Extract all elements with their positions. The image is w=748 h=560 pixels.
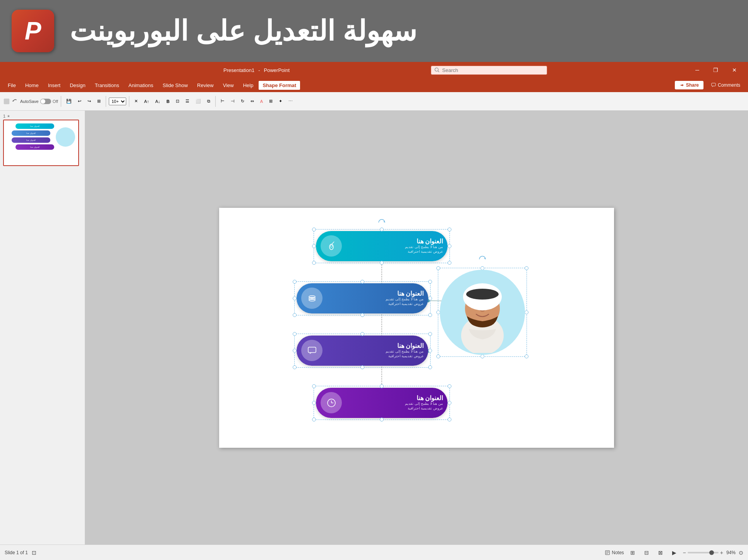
search-icon (434, 67, 440, 73)
close-button[interactable]: ✕ (726, 62, 743, 78)
svg-marker-20 (484, 258, 486, 259)
card-2-text: العنوان هنا من هنا لا يطمح إلى تقديمعروض… (323, 290, 424, 306)
zoom-thumb[interactable] (709, 550, 714, 555)
handle-br-3 (428, 365, 432, 369)
outline-btn[interactable]: ⊞ (267, 98, 275, 105)
arab-character-svg (448, 272, 517, 353)
handle-br-2 (428, 313, 432, 317)
status-left: Slide 1 of 1 ⊡ (5, 550, 36, 556)
card-3-subtitle: من هنا لا يطمح إلى تقديمعروض تقديمية احت… (323, 349, 424, 358)
rotate-handle-avatar[interactable] (478, 255, 487, 264)
slide-thumbnail[interactable]: العنوان هنا العنوان هنا العنوان هنا العن… (3, 120, 79, 166)
card-4-text: العنوان هنا من هنا لا يطمح إلى تقديمعروض… (342, 394, 443, 411)
fit-to-window-btn[interactable]: ⊙ (739, 550, 743, 556)
info-card-2[interactable]: العنوان هنا من هنا لا يطمح إلى تقديمعروض… (297, 283, 428, 313)
handle-bc-3 (360, 365, 364, 369)
menu-home[interactable]: Home (21, 81, 43, 90)
slide-info: Slide 1 of 1 (5, 550, 28, 555)
menu-help[interactable]: Help (239, 81, 257, 90)
handle-mr-3 (428, 349, 432, 353)
handle-mr-1 (448, 244, 451, 248)
menu-animations[interactable]: Animations (125, 81, 157, 90)
info-card-1[interactable]: العنوان هنا من هنا لا يطمح إلى تقديمعروض… (316, 231, 448, 261)
fit-btn[interactable]: ⊞ (95, 98, 103, 105)
svg-marker-12 (383, 221, 385, 223)
restore-button[interactable]: ❐ (707, 62, 725, 78)
menu-file[interactable]: File (4, 81, 20, 90)
share-button[interactable]: Share (675, 81, 703, 89)
align-right-btn[interactable]: ⊣ (228, 98, 237, 105)
menu-bar: File Home Insert Design Transitions Anim… (0, 78, 748, 92)
save-btn[interactable]: 💾 (64, 98, 74, 105)
rotate-handle-1[interactable] (377, 218, 386, 227)
list-btn[interactable]: ☰ (183, 98, 192, 105)
arrange-btn[interactable]: ⧉ (205, 98, 213, 105)
card-3-title: العنوان هنا (323, 342, 424, 349)
search-bar[interactable] (431, 66, 547, 75)
slide-list-icon[interactable]: ⊡ (32, 550, 36, 556)
increase-font-btn[interactable]: A↑ (142, 98, 151, 105)
minimize-button[interactable]: ─ (688, 62, 706, 78)
decrease-font-btn[interactable]: A↓ (153, 98, 163, 105)
zoom-slider[interactable] (688, 552, 719, 553)
banner-title: سهولة التعديل على البوربوينت (70, 15, 417, 47)
menu-design[interactable]: Design (66, 81, 89, 90)
more-btn[interactable]: ⋯ (286, 98, 295, 105)
card-1-title: العنوان هنا (342, 238, 443, 245)
card-1-text: العنوان هنا من هنا لا يطمح إلى تقديمعروض… (342, 238, 443, 254)
normal-view-btn[interactable]: ⊞ (627, 548, 638, 557)
bold-btn[interactable]: B (164, 98, 172, 105)
info-card-3[interactable]: العنوان هنا من هنا لا يطمح إلى تقديمعروض… (297, 336, 428, 366)
reading-view-btn[interactable]: ⊠ (655, 548, 666, 557)
handle-br-1 (448, 261, 451, 265)
mini-card-4: العنوان هنا (15, 144, 54, 150)
svg-point-11 (330, 245, 333, 247)
top-banner: P سهولة التعديل على البوربوينت (0, 0, 748, 62)
notes-button[interactable]: Notes (605, 550, 624, 555)
shape-btn[interactable]: ⬜ (193, 98, 203, 105)
card-3-icon (301, 340, 323, 361)
comments-button[interactable]: Comments (707, 81, 744, 89)
banner-title-bold: البوربوينت (70, 15, 188, 46)
font-size-selector[interactable]: 10+ (109, 98, 126, 105)
menu-slideshow[interactable]: Slide Show (159, 81, 192, 90)
autosave-toggle[interactable] (40, 99, 51, 104)
menu-transitions[interactable]: Transitions (91, 81, 123, 90)
avatar-circle (440, 270, 525, 355)
group-btn[interactable]: ⊡ (173, 98, 182, 105)
slide-sorter-btn[interactable]: ⊟ (641, 548, 652, 557)
undo-btn[interactable]: ↩ (75, 98, 84, 105)
notes-icon (605, 550, 610, 555)
handle-tl-4 (312, 384, 316, 388)
fill-btn[interactable]: A (258, 98, 265, 105)
zoom-plus[interactable]: + (720, 550, 723, 556)
info-card-4[interactable]: العنوان هنا من هنا لا يطمح إلى تقديمعروض… (316, 388, 448, 418)
handle-tr-2 (428, 280, 432, 284)
slideshow-btn[interactable]: ▶ (669, 548, 680, 557)
zoom-minus[interactable]: − (683, 550, 686, 556)
rotate-btn[interactable]: ↻ (238, 98, 247, 105)
window-controls: ─ ❐ ✕ (688, 62, 743, 78)
menu-review[interactable]: Review (193, 81, 218, 90)
status-bar: Slide 1 of 1 ⊡ Notes ⊞ ⊟ ⊠ ▶ − + 94% ⊙ (0, 545, 748, 560)
search-input[interactable] (442, 67, 535, 73)
effect-btn[interactable]: ✦ (276, 98, 285, 105)
flip-btn[interactable]: ⇔ (248, 98, 256, 105)
redo-btn[interactable]: ↪ (85, 98, 93, 105)
layers-icon (307, 293, 317, 304)
undo-icon[interactable] (12, 98, 19, 105)
chat-icon (307, 345, 317, 356)
slide-canvas[interactable]: العنوان هنا من هنا لا يطمح إلى تقديمعروض… (219, 208, 614, 448)
card-4-title: العنوان هنا (342, 394, 443, 402)
clear-btn[interactable]: ✕ (132, 98, 140, 105)
svg-line-1 (438, 71, 439, 72)
handle-br-4 (448, 418, 451, 421)
handle-bl-2 (293, 313, 297, 317)
menu-view[interactable]: View (219, 81, 238, 90)
menu-insert[interactable]: Insert (44, 81, 65, 90)
menu-shape-format[interactable]: Shape Format (259, 81, 300, 90)
svg-point-15 (309, 299, 315, 301)
handle-ml-4 (312, 401, 316, 405)
avatar-container[interactable] (440, 270, 525, 355)
align-left-btn[interactable]: ⊢ (218, 98, 227, 105)
